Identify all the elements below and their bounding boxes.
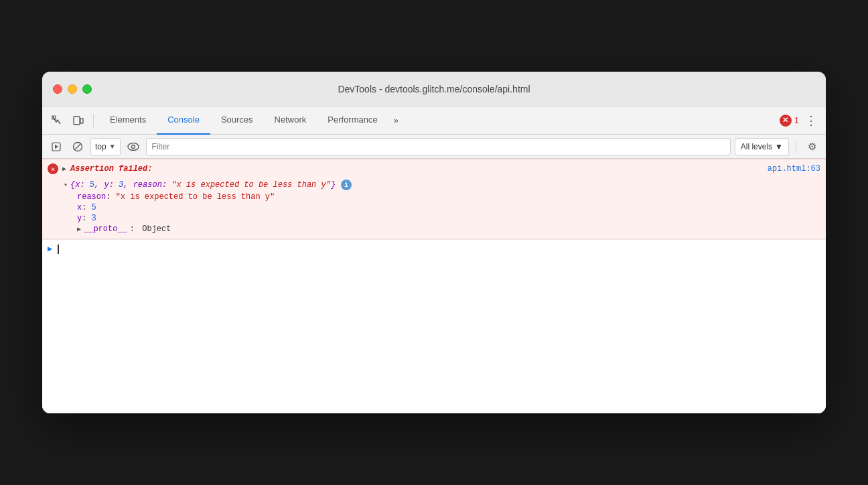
prop-key-x: x [77,203,82,212]
error-count-label: 1 [794,115,799,125]
device-toolbar-icon[interactable] [69,111,88,130]
obj-preview-line: ▾ {x: 5, y: 3, reason: "x is expected to… [64,178,820,192]
kebab-menu-button[interactable]: ⋮ [802,111,820,130]
devtools-window: DevTools - devtools.glitch.me/console/ap… [42,72,826,413]
error-icon: ✕ [48,163,58,174]
clear-console-icon[interactable] [69,138,86,155]
prop-key-y: y [77,214,82,223]
more-tabs-button[interactable]: » [388,107,404,135]
error-expand-arrow[interactable]: ▶ [62,165,66,173]
obj-preview-text: {x: 5, y: 3, reason: "x is expected to b… [70,180,336,190]
tabs-container: Elements Console Sources Network Perform… [99,107,777,135]
svg-rect-2 [80,119,83,123]
svg-point-8 [131,145,135,148]
error-header-line: ✕ ▶ Assertion failed: api.html:63 [42,159,826,178]
proto-expand-arrow: ▶ [77,225,81,233]
info-icon[interactable]: i [341,180,352,190]
toolbar-divider [93,114,94,127]
proto-key: __proto__ [84,224,127,234]
devtools-content: Elements Console Sources Network Perform… [42,107,826,413]
traffic-lights [53,84,92,94]
error-count-badge[interactable]: ✕ 1 [780,115,799,127]
error-body: ▾ {x: 5, y: 3, reason: "x is expected to… [42,178,826,238]
error-entry: ✕ ▶ Assertion failed: api.html:63 ▾ {x: … [42,159,826,239]
minimize-button[interactable] [68,84,77,94]
prop-key-reason: reason [77,192,106,202]
tab-console[interactable]: Console [157,107,210,135]
error-circle-icon: ✕ [780,115,792,127]
main-toolbar: Elements Console Sources Network Perform… [42,107,826,135]
assertion-label: Assertion failed: [70,164,152,174]
console-cursor [58,245,59,254]
tab-network[interactable]: Network [264,107,317,135]
levels-label: All levels [741,142,772,151]
prop-val-reason: "x is expected to be less than y" [116,192,275,202]
filter-input[interactable] [146,138,731,155]
window-title: DevTools - devtools.glitch.me/console/ap… [338,84,530,94]
svg-rect-1 [74,117,80,125]
tab-sources[interactable]: Sources [210,107,264,135]
proto-line[interactable]: ▶ __proto__ : Object [64,224,820,234]
levels-dropdown-arrow: ▼ [775,142,783,151]
console-input-row: ▶ [42,239,826,258]
source-link[interactable]: api.html:63 [768,164,820,174]
settings-icon[interactable]: ⚙ [803,138,820,155]
tab-elements[interactable]: Elements [99,107,157,135]
console-prompt-icon[interactable]: ▶ [48,244,52,254]
prop-val-y: 3 [92,214,96,223]
context-value: top [95,142,106,151]
obj-expand-arrow[interactable]: ▾ [64,181,68,189]
context-dropdown-arrow: ▼ [109,143,116,150]
eye-icon[interactable] [125,138,142,155]
error-header-left: ✕ ▶ Assertion failed: [48,163,152,174]
console-toolbar: top ▼ All levels ▼ ⚙ [42,135,826,159]
log-levels-dropdown[interactable]: All levels ▼ [735,138,789,155]
console-toolbar-divider [796,140,796,153]
titlebar: DevTools - devtools.glitch.me/console/ap… [42,72,826,107]
inspector-icon[interactable] [48,111,66,130]
svg-marker-4 [55,145,58,149]
prop-y: y : 3 [64,213,820,224]
svg-point-7 [128,143,139,150]
prop-x: x : 5 [64,202,820,213]
context-selector[interactable]: top ▼ [90,138,121,155]
close-button[interactable] [53,84,62,94]
console-output: ✕ ▶ Assertion failed: api.html:63 ▾ {x: … [42,159,826,413]
tab-performance[interactable]: Performance [317,107,388,135]
maximize-button[interactable] [82,84,92,94]
svg-line-6 [74,143,81,150]
prop-val-x: 5 [92,203,96,212]
toolbar-right: ✕ 1 ⋮ [780,111,820,130]
proto-value: Object [142,224,171,234]
prop-reason: reason : "x is expected to be less than … [64,192,820,202]
run-script-icon[interactable] [48,138,65,155]
